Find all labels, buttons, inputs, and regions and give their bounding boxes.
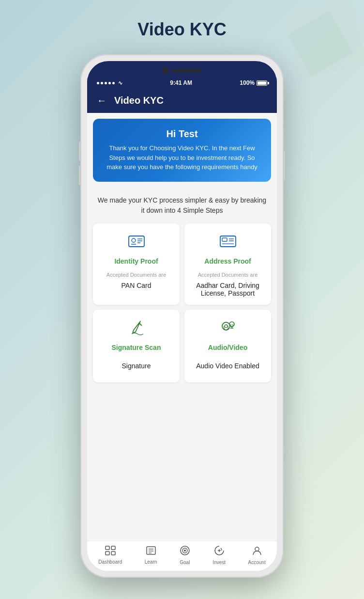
hero-greeting: Hi Test bbox=[101, 128, 263, 140]
nav-item-learn[interactable]: Learn bbox=[145, 546, 157, 565]
nav-item-dashboard[interactable]: Dashboard bbox=[98, 546, 122, 565]
phone-button-volume-up bbox=[79, 142, 81, 161]
signature-scan-title: Signature Scan bbox=[112, 344, 161, 351]
invest-icon bbox=[214, 545, 225, 558]
page-title: Video KYC bbox=[137, 19, 226, 40]
svg-rect-17 bbox=[111, 546, 115, 550]
signal-dot-2 bbox=[101, 82, 103, 84]
address-proof-accepted-label: Accepted Documents are bbox=[198, 272, 258, 278]
step-card-signature[interactable]: Signature Scan Signature bbox=[93, 310, 180, 382]
app-header: ← Video KYC bbox=[87, 88, 277, 113]
back-button[interactable]: ← bbox=[97, 95, 106, 106]
svg-rect-7 bbox=[222, 238, 227, 241]
signature-scan-icon bbox=[127, 317, 146, 339]
phone-button-volume-down bbox=[79, 166, 81, 185]
identity-proof-accepted-label: Accepted Documents are bbox=[106, 272, 167, 278]
battery-fill bbox=[258, 81, 266, 85]
signal-dot-4 bbox=[108, 82, 111, 84]
learn-icon bbox=[146, 546, 156, 558]
audio-video-doc: Audio Video Enabled bbox=[196, 362, 259, 370]
phone-frame: ∿ 9:41 AM 100% ← Video KYC bbox=[80, 54, 284, 578]
svg-rect-16 bbox=[106, 546, 109, 550]
description-text: We made your KYC process simpler & easy … bbox=[87, 188, 277, 223]
phone-button-power bbox=[283, 151, 285, 180]
nav-item-account[interactable]: Account bbox=[248, 545, 266, 565]
svg-point-1 bbox=[132, 238, 136, 242]
svg-rect-18 bbox=[106, 552, 109, 555]
signal-dot-1 bbox=[97, 82, 99, 84]
address-proof-title: Address Proof bbox=[204, 257, 251, 265]
audio-video-title: Audio/Video bbox=[208, 344, 247, 351]
dashboard-icon bbox=[105, 546, 116, 558]
step-card-audio-video[interactable]: Audio/Video Audio Video Enabled bbox=[184, 310, 271, 382]
signature-doc: Signature bbox=[122, 362, 151, 370]
learn-label: Learn bbox=[145, 559, 157, 565]
identity-proof-icon bbox=[127, 231, 146, 252]
hero-banner: Hi Test Thank you for Choosing Video KYC… bbox=[93, 119, 271, 182]
status-bar: ∿ 9:41 AM 100% bbox=[87, 78, 277, 88]
svg-point-27 bbox=[255, 547, 259, 551]
svg-rect-19 bbox=[111, 552, 115, 555]
signal-dot-5 bbox=[112, 82, 115, 84]
steps-grid: Identity Proof Accepted Documents are PA… bbox=[87, 223, 277, 387]
account-label: Account bbox=[248, 560, 266, 565]
address-proof-icon bbox=[218, 231, 238, 252]
status-time: 9:41 AM bbox=[170, 79, 192, 86]
identity-proof-title: Identity Proof bbox=[114, 257, 158, 265]
goal-icon bbox=[180, 545, 190, 558]
signal-area: ∿ bbox=[97, 80, 122, 86]
identity-proof-doc: PAN Card bbox=[121, 282, 152, 289]
battery-area: 100% bbox=[240, 79, 267, 86]
address-proof-doc: Aadhar Card, Driving License, Passport bbox=[190, 282, 265, 297]
step-card-address[interactable]: Address Proof Accepted Documents are Aad… bbox=[184, 223, 271, 305]
invest-label: Invest bbox=[212, 560, 226, 565]
app-content: Hi Test Thank you for Choosing Video KYC… bbox=[87, 113, 277, 541]
svg-point-12 bbox=[225, 325, 228, 328]
svg-point-13 bbox=[229, 322, 234, 327]
nav-item-goal[interactable]: Goal bbox=[180, 545, 190, 565]
svg-point-11 bbox=[222, 322, 230, 330]
header-title: Video KYC bbox=[114, 95, 164, 106]
audio-video-icon bbox=[218, 317, 238, 339]
svg-rect-0 bbox=[129, 236, 144, 247]
bottom-navigation: Dashboard Learn bbox=[87, 541, 277, 571]
signal-dot-3 bbox=[105, 82, 107, 84]
goal-label: Goal bbox=[180, 560, 190, 565]
phone-top-area: ∿ 9:41 AM 100% ← Video KYC bbox=[87, 61, 277, 113]
battery-percent-label: 100% bbox=[240, 79, 255, 86]
account-icon bbox=[252, 545, 262, 558]
speaker-bar bbox=[172, 69, 201, 72]
hero-subtitle: Thank you for Choosing Video KYC. In the… bbox=[101, 143, 263, 172]
svg-point-26 bbox=[184, 550, 186, 552]
camera-dot bbox=[163, 68, 168, 74]
step-card-identity[interactable]: Identity Proof Accepted Documents are PA… bbox=[93, 223, 180, 305]
battery-icon bbox=[257, 80, 267, 86]
phone-screen: ∿ 9:41 AM 100% ← Video KYC bbox=[87, 61, 277, 571]
nav-item-invest[interactable]: Invest bbox=[212, 545, 226, 565]
camera-notch bbox=[87, 68, 277, 78]
dashboard-label: Dashboard bbox=[98, 559, 122, 565]
wifi-icon: ∿ bbox=[118, 80, 122, 86]
